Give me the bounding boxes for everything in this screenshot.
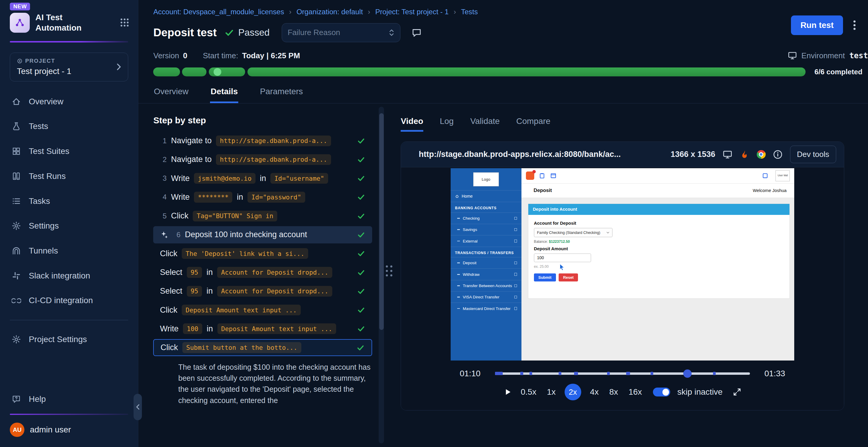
- account-for-deposit-select[interactable]: Family Checking (Standard Checking): [534, 228, 613, 238]
- step-summary-text: The task of depositing $100 into the che…: [178, 362, 372, 406]
- sidebar-item-help[interactable]: Help: [0, 387, 138, 412]
- dev-tools-button[interactable]: Dev tools: [790, 146, 836, 163]
- chevron-updown-icon: [389, 28, 395, 37]
- start-time-value: Today | 6:25 PM: [242, 51, 300, 60]
- chrome-icon[interactable]: [757, 150, 766, 159]
- speed-button-16x[interactable]: 16x: [627, 387, 643, 397]
- kebab-menu-icon[interactable]: [853, 20, 856, 30]
- viewer-tab-compare[interactable]: Compare: [517, 116, 551, 132]
- sidebar-item-label: Settings: [29, 221, 59, 231]
- bank-nav-checking[interactable]: Checking: [451, 212, 522, 224]
- apps-grid-icon[interactable]: [120, 18, 129, 27]
- bank-nav-label: External: [463, 239, 478, 243]
- speed-button-2x[interactable]: 2x: [565, 384, 581, 400]
- step-row[interactable]: Write100inDeposit Amount text input ...: [153, 320, 372, 337]
- bank-reset-button[interactable]: Reset: [559, 273, 578, 281]
- bank-home-icon: [455, 194, 459, 198]
- panel-resize-handle[interactable]: [386, 265, 392, 276]
- app-root: NEW AI Test Automation PROJECT Test proj…: [0, 0, 868, 447]
- tab-parameters[interactable]: Parameters: [259, 87, 303, 103]
- timeline-track[interactable]: [495, 372, 750, 375]
- breadcrumb-separator: ›: [368, 8, 370, 16]
- playhead[interactable]: [683, 370, 692, 378]
- sidebar-item-settings[interactable]: Settings: [0, 213, 138, 238]
- bank-nav-label: Transfer Between Accounts: [463, 283, 512, 288]
- step-row[interactable]: 5ClickTag="BUTTON" Sign in: [153, 207, 372, 225]
- failure-reason-select[interactable]: Failure Reason: [282, 23, 400, 42]
- sidebar-item-tasks[interactable]: Tasks: [0, 189, 138, 214]
- monitor-icon[interactable]: [722, 149, 732, 159]
- viewer-tab-log[interactable]: Log: [440, 116, 454, 132]
- step-number: 3: [160, 174, 166, 182]
- sidebar-item-label: Help: [29, 394, 46, 404]
- comment-icon[interactable]: [411, 27, 422, 38]
- breadcrumb-link-tests[interactable]: Tests: [461, 8, 478, 16]
- new-badge: NEW: [10, 3, 30, 10]
- step-row[interactable]: ClickSubmit button at the botto...: [153, 339, 372, 356]
- bank-nav-home[interactable]: Home: [451, 190, 522, 202]
- run-test-button[interactable]: Run test: [791, 15, 843, 35]
- info-icon[interactable]: [773, 149, 783, 159]
- step-row[interactable]: 1Navigate tohttp://stage.dbank.prod-a...: [153, 132, 372, 149]
- sidebar-item-project-settings[interactable]: Project Settings: [0, 327, 138, 352]
- bank-nav-mastercard-direct-transfer[interactable]: Mastercard Direct Transfer: [451, 303, 522, 314]
- project-selector[interactable]: PROJECT Test project - 1: [10, 53, 128, 81]
- sidebar-item-tests[interactable]: Tests: [0, 114, 138, 139]
- steps-scrollbar[interactable]: [379, 107, 384, 444]
- deposit-amount-input[interactable]: 100: [534, 253, 591, 263]
- bank-nav-withdraw[interactable]: Withdraw: [451, 268, 522, 280]
- tab-overview[interactable]: Overview: [153, 87, 189, 103]
- speed-button-1x[interactable]: 1x: [545, 387, 557, 397]
- step-row[interactable]: Select95inAccount for Deposit dropd...: [153, 264, 372, 281]
- list-icon: [11, 197, 21, 206]
- scrollbar-thumb[interactable]: [379, 113, 384, 330]
- bank-submit-button[interactable]: Submit: [534, 273, 556, 281]
- user-menu[interactable]: AU admin user: [0, 417, 138, 443]
- play-icon[interactable]: [504, 388, 512, 396]
- bank-nav-deposit[interactable]: Deposit: [451, 257, 522, 268]
- viewer-tab-video[interactable]: Video: [401, 116, 423, 132]
- step-row[interactable]: 2Navigate tohttp://stage.dbank.prod-a...: [153, 151, 372, 168]
- bank-nav-visa-direct-transfer[interactable]: VISA Direct Transfer: [451, 291, 522, 303]
- step-group-row[interactable]: 6Deposit 100 into checking account: [153, 226, 372, 243]
- sidebar-item-tunnels[interactable]: Tunnels: [0, 238, 138, 263]
- sidebar-item-test-runs[interactable]: Test Runs: [0, 164, 138, 189]
- viewer-tab-validate[interactable]: Validate: [470, 116, 500, 132]
- sidebar-item-overview[interactable]: Overview: [0, 89, 138, 114]
- window-icon[interactable]: [550, 173, 556, 179]
- timeline-marker: [495, 372, 503, 375]
- step-passed-check-icon: [357, 193, 365, 201]
- sidebar-collapse-button[interactable]: [133, 394, 142, 420]
- step-row[interactable]: Select95inAccount for Deposit dropd...: [153, 283, 372, 300]
- tab-details[interactable]: Details: [210, 87, 238, 103]
- skip-inactive-toggle[interactable]: [653, 387, 670, 397]
- status-badge: Passed: [224, 27, 270, 38]
- columns-icon: [11, 171, 21, 181]
- speed-button-8x[interactable]: 8x: [608, 387, 620, 397]
- bank-nav-savings[interactable]: Savings: [451, 224, 522, 235]
- speed-button-4x[interactable]: 4x: [588, 387, 600, 397]
- clipboard-icon[interactable]: [539, 173, 545, 179]
- step-row[interactable]: ClickThe 'Deposit' link with a si...: [153, 245, 372, 262]
- record-button-icon[interactable]: [526, 171, 534, 180]
- graph-logo-icon: [14, 17, 25, 28]
- step-action-text: in: [207, 286, 213, 296]
- fullscreen-icon[interactable]: [733, 387, 742, 397]
- bank-nav-external[interactable]: External: [451, 235, 522, 246]
- sidebar-item-ci-cd-integration[interactable]: CI-CD integration: [0, 288, 138, 313]
- step-row[interactable]: ClickDeposit Amount text input ...: [153, 301, 372, 319]
- step-row[interactable]: 4Write********inId="password": [153, 189, 372, 206]
- breadcrumb-link-organization[interactable]: Organization: default: [297, 8, 363, 16]
- breadcrumb-link-account[interactable]: Account: Devspace_all_module_licenses: [153, 8, 284, 16]
- step-row[interactable]: 3Writejsmith@demo.ioinId="username": [153, 170, 372, 187]
- progress-label: 6/6 completed: [814, 68, 862, 76]
- bank-nav-transfer-between-accounts[interactable]: Transfer Between Accounts: [451, 280, 522, 291]
- breadcrumb-link-project[interactable]: Project: Test project - 1: [375, 8, 448, 16]
- start-time-label: Start time:: [203, 51, 238, 60]
- controls-row: 0.5x1x2x4x8x16x skip inactive: [401, 384, 844, 400]
- speed-button-0.5x[interactable]: 0.5x: [519, 387, 538, 397]
- sidebar-item-slack-integration[interactable]: Slack integration: [0, 263, 138, 288]
- sidebar-item-test-suites[interactable]: Test Suites: [0, 139, 138, 164]
- flame-icon[interactable]: [740, 149, 749, 159]
- extension-icon[interactable]: [762, 173, 768, 179]
